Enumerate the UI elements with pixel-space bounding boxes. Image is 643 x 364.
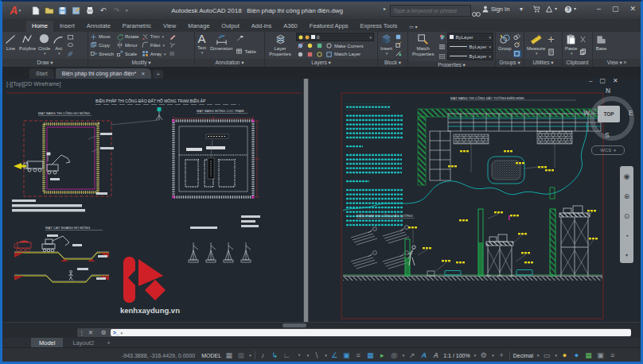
a360-dropdown-icon[interactable]: ▾	[555, 6, 557, 11]
zoom-icon[interactable]: ⊙	[624, 212, 630, 220]
units-button[interactable]: Decimal	[513, 353, 533, 358]
save-as-icon[interactable]	[71, 6, 81, 15]
tab-annotate[interactable]: Annotate	[81, 21, 116, 32]
base-button[interactable]: Base	[594, 33, 608, 58]
group-selection-toggle-icon[interactable]	[513, 50, 521, 57]
array-button[interactable]: Array▾	[142, 50, 166, 58]
dynamic-input-icon[interactable]: ↳	[271, 351, 279, 359]
command-input-field[interactable]: >_ ▾	[111, 329, 631, 336]
ortho-icon[interactable]: ∟	[283, 351, 291, 359]
horizontal-scrollbar[interactable]	[2, 322, 641, 327]
lineweight-icon[interactable]: ≡	[354, 351, 363, 359]
maximize-button[interactable]: ▢	[612, 5, 619, 13]
annotation-scale-button[interactable]: 1:1 / 100%	[443, 353, 470, 358]
tab-model[interactable]: Model	[31, 338, 63, 347]
line-button[interactable]: Line	[4, 33, 18, 58]
drawing-area[interactable]: [-][Top][2D Wireframe] – ▢ ✕	[2, 79, 641, 327]
app-store-cart-icon[interactable]	[532, 6, 540, 14]
viewcube[interactable]: N TOP W E S WCS▾	[584, 87, 633, 155]
layer-freeze2-icon[interactable]	[315, 42, 323, 49]
layer-select[interactable]: 0 ▾	[296, 33, 374, 41]
gizmo-icon[interactable]: ◎	[390, 351, 399, 359]
sign-in-button[interactable]: Sign In	[482, 6, 509, 13]
trim-button[interactable]: Trim▾	[142, 33, 166, 41]
customization-icon[interactable]: ≡	[608, 351, 617, 359]
recent-commands-icon[interactable]: ▾	[120, 331, 123, 335]
erase-icon[interactable]	[169, 33, 177, 41]
layer-walk-icon[interactable]	[325, 51, 333, 58]
scale-button[interactable]: Scale	[116, 50, 139, 58]
isolate-objects-icon[interactable]: ●	[560, 351, 569, 359]
quick-properties-icon[interactable]: ▭	[543, 351, 551, 359]
panel-label-draw[interactable]: Draw ▾	[2, 59, 88, 67]
measure-button[interactable]: Measure▾	[526, 33, 546, 58]
panel-label-annotation[interactable]: Annotation ▾	[195, 59, 264, 67]
insert-button[interactable]: Insert▾	[380, 33, 393, 58]
annotation-add-icon[interactable]: +	[497, 351, 506, 359]
circle-button[interactable]: Circle▾	[37, 33, 51, 58]
annotation-visibility-icon[interactable]: A	[419, 351, 428, 359]
explode-icon[interactable]	[169, 41, 177, 48]
layer-isolate-icon[interactable]	[306, 42, 314, 49]
layer-thaw-icon[interactable]	[306, 51, 314, 58]
group-edit-icon[interactable]	[513, 41, 521, 48]
tab-parametric[interactable]: Parametric	[117, 21, 157, 32]
hardware-acceleration-icon[interactable]: ▦	[584, 351, 593, 359]
file-tab-start[interactable]: Start	[29, 68, 54, 79]
panel-label-clipboard[interactable]: Clipboard	[563, 59, 592, 67]
edit-attributes-icon[interactable]	[394, 50, 402, 57]
selection-cycling-icon[interactable]: ▸	[378, 351, 387, 359]
isodraft-icon[interactable]: ∖	[312, 351, 321, 359]
cut-icon[interactable]	[579, 36, 586, 43]
transparency-icon[interactable]: ▦	[366, 351, 375, 359]
help-icon[interactable]: ?	[564, 6, 572, 15]
tab-manage[interactable]: Manage	[182, 21, 215, 32]
viewcube-top-face[interactable]: TOP	[598, 106, 620, 122]
infer-constraints-icon[interactable]: ♪	[259, 351, 267, 359]
group-button[interactable]: Group	[497, 33, 512, 58]
match-properties-button[interactable]: Match Properties	[410, 33, 436, 60]
viewcube-east[interactable]: E	[629, 109, 633, 117]
file-tab-document[interactable]: Biện pháp thi công phần điện*✕	[56, 68, 151, 79]
object-snap-icon[interactable]: ▣	[342, 351, 351, 359]
signin-dropdown-icon[interactable]: ▾	[520, 6, 523, 13]
app-menu-button[interactable]: A▾	[5, 3, 25, 17]
polar-tracking-icon[interactable]: ◔	[294, 351, 303, 359]
close-command-icon[interactable]: ✕	[85, 329, 96, 336]
tab-a360[interactable]: A360	[278, 21, 303, 32]
nav-more-icon[interactable]: ▾	[625, 252, 628, 258]
copy-button[interactable]: Copy	[90, 41, 114, 49]
plot-icon[interactable]	[84, 6, 95, 15]
a360-icon[interactable]	[545, 6, 553, 14]
copy-clip-icon[interactable]	[579, 48, 586, 56]
tab-view[interactable]: View	[158, 21, 181, 32]
tab-layout2[interactable]: Layout2	[64, 338, 102, 347]
ribbon-options-icon[interactable]: ▭ ▾	[403, 22, 423, 32]
ellipse-icon[interactable]	[66, 41, 74, 48]
layer-off-icon[interactable]	[296, 42, 304, 49]
viewcube-west[interactable]: W	[583, 109, 590, 117]
leader-icon[interactable]	[236, 35, 244, 42]
help-dropdown-icon[interactable]: ▾	[574, 6, 576, 11]
paste-button[interactable]: Paste▾	[564, 33, 578, 58]
doc-minimize-icon[interactable]: –	[589, 79, 592, 84]
grid-icon[interactable]: ▦	[224, 351, 233, 359]
fade-icon[interactable]	[169, 50, 177, 57]
model-space-button[interactable]: MODEL	[201, 353, 221, 358]
tab-home[interactable]: Home	[26, 21, 53, 32]
make-current-button[interactable]: Make Current	[334, 44, 363, 48]
new-file-icon[interactable]	[30, 6, 41, 15]
command-input[interactable]	[124, 329, 631, 336]
tab-insert[interactable]: Insert	[54, 21, 80, 32]
edit-block-icon[interactable]	[394, 41, 402, 48]
new-drawing-tab-button[interactable]: +	[153, 70, 163, 79]
ungroup-icon[interactable]	[513, 33, 521, 41]
object-snap-tracking-icon[interactable]: ∠	[330, 351, 339, 359]
rectangle-icon[interactable]	[66, 33, 74, 41]
mirror-button[interactable]: Mirror	[116, 41, 139, 49]
orbit-icon[interactable]: ◔	[625, 232, 629, 240]
viewcube-south[interactable]: S	[605, 131, 610, 139]
id-point-icon[interactable]	[547, 36, 555, 43]
quick-calc-icon[interactable]	[547, 48, 555, 56]
coordinates-display[interactable]: -943.3888, -316.4429, 0.0000	[122, 353, 195, 358]
